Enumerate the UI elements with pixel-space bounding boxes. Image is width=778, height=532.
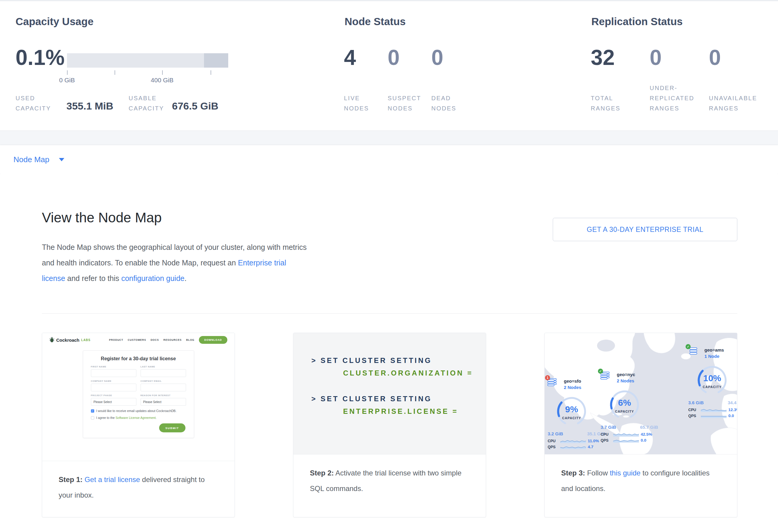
mini-text-input xyxy=(91,369,136,377)
node-map-selector[interactable]: Node Map xyxy=(13,155,49,164)
axis-tick xyxy=(211,70,211,75)
usable-capacity-label: USABLE CAPACITY xyxy=(129,93,170,113)
step3-text: Step 3: Follow this guide to configure l… xyxy=(545,455,737,497)
trial-signup-thumbnail: Cockroach LABS PRODUCT CUSTOMERS DOCS RE… xyxy=(42,333,235,461)
step-text: Follow xyxy=(585,469,610,477)
mini-field-label: COMPANY NAME xyxy=(91,380,136,382)
get-trial-license-link[interactable]: Get a trial license xyxy=(85,475,140,483)
step2-label: Step 2: xyxy=(310,469,334,477)
locality-node-count: 1 Node xyxy=(704,353,724,359)
live-nodes-label: LIVE NODES xyxy=(344,93,384,113)
unavailable-ranges-label: UNAVAILABLE RANGES xyxy=(709,93,770,113)
total-ranges-label: TOTAL RANGES xyxy=(591,93,636,113)
brand-name: Cockroach xyxy=(56,337,80,343)
qps-sparkline xyxy=(560,445,586,449)
mini-field-label: REASON FOR INTEREST xyxy=(141,394,186,397)
cluster-summary-bar: Capacity Usage Node Status Replication S… xyxy=(0,0,778,131)
step-text xyxy=(83,475,85,483)
capacity-ring-label: CAPACITY xyxy=(695,385,729,389)
ok-check-badge: ✓ xyxy=(686,344,691,349)
qps-value: 4.7 xyxy=(588,445,594,449)
used-capacity-label: USED CAPACITY xyxy=(15,93,55,113)
brand-suffix: LABS xyxy=(81,338,91,342)
mini-text-input xyxy=(91,384,136,391)
checkbox-checked-icon: ✓ xyxy=(91,409,94,412)
mini-text-input xyxy=(141,369,186,377)
locality-nyc: ✓ geo=nyc 2 Nodes 6% xyxy=(600,371,670,445)
capacity-ring-label: CAPACITY xyxy=(607,409,642,413)
axis-tick xyxy=(162,70,163,75)
axis-tick-label: 400 GiB xyxy=(151,77,173,84)
sql-argument: CLUSTER.ORGANIZATION = xyxy=(343,369,486,377)
enterprise-trial-button[interactable]: GET A 30-DAY ENTERPRISE TRIAL xyxy=(553,218,737,241)
sql-command-line: > SET CLUSTER SETTING xyxy=(311,356,486,365)
mini-checkbox-row: ✓ I would like to receive email updates … xyxy=(91,409,186,412)
configuration-guide-link[interactable]: configuration guide xyxy=(121,274,184,283)
axis-tick xyxy=(67,70,68,75)
mini-nav-item: CUSTOMERS xyxy=(128,338,146,341)
capacity-ring: 6% CAPACITY xyxy=(607,387,642,422)
node-stack-icon: ✓ xyxy=(688,347,701,356)
replication-status-title: Replication Status xyxy=(591,15,683,27)
capacity-percent-value: 10% xyxy=(695,373,729,383)
node-stack-icon: ✓ xyxy=(600,371,613,381)
capacity-usage-bar xyxy=(67,53,228,68)
used-capacity-value: 355.1 MiB xyxy=(66,100,113,112)
qps-sparkline xyxy=(613,438,639,443)
intro-paragraph: The Node Map shows the geographical layo… xyxy=(42,239,308,286)
cpu-value: 12.3% xyxy=(728,407,737,412)
mini-nav-item: DOCS xyxy=(150,338,159,341)
sql-command: SET CLUSTER SETTING xyxy=(321,356,432,365)
step3-label: Step 3: xyxy=(561,469,585,477)
cpu-sparkline xyxy=(613,432,639,437)
capacity-percent-value: 9% xyxy=(554,404,589,414)
capacity-ring-label: CAPACITY xyxy=(554,416,589,420)
under-replicated-ranges-value: 0 xyxy=(650,47,662,68)
capacity-percent: 0.1% xyxy=(15,47,65,68)
capacity-ring: 10% CAPACITY xyxy=(695,363,729,398)
usable-capacity-value: 676.5 GiB xyxy=(172,100,218,112)
suspect-nodes-label: SUSPECT NODES xyxy=(388,93,428,113)
steps-card-row: Cockroach LABS PRODUCT CUSTOMERS DOCS RE… xyxy=(42,333,737,517)
qps-label: QPS xyxy=(548,445,558,449)
capacity-usage-title: Capacity Usage xyxy=(15,15,94,27)
mini-sla-link: Software License Agreement. xyxy=(115,416,156,420)
locality-ams: ✓ geo=ams 1 Node 10% xyxy=(688,347,737,420)
mini-select: Please Select xyxy=(91,398,136,406)
cpu-label: CPU xyxy=(548,439,558,443)
step1-text: Step 1: Get a trial license delivered st… xyxy=(42,461,235,503)
mini-submit-button: SUBMIT xyxy=(159,424,185,432)
sql-command-line: > SET CLUSTER SETTING xyxy=(311,395,486,403)
cockroach-bug-icon xyxy=(49,337,55,343)
mini-nav-item: RESOURCES xyxy=(163,338,181,341)
node-map-placeholder-section: View the Node Map The Node Map shows the… xyxy=(0,174,778,530)
cpu-label: CPU xyxy=(601,432,611,437)
sql-prompt: > xyxy=(311,356,317,365)
locality-name: geo=nyc xyxy=(617,371,635,378)
qps-label: QPS xyxy=(601,438,611,443)
qps-label: QPS xyxy=(688,414,699,418)
cpu-sparkline xyxy=(560,439,586,443)
locality-name: geo=sfo xyxy=(564,378,581,384)
axis-tick xyxy=(114,70,115,75)
this-guide-link[interactable]: this guide xyxy=(610,469,641,477)
chevron-down-icon[interactable] xyxy=(59,158,64,161)
node-map-preview: 1 geo=sfo 2 Nodes 9% xyxy=(545,333,737,455)
mini-checkbox-text: I agree to the xyxy=(96,416,116,420)
node-stack-icon: 1 xyxy=(547,378,560,387)
checkbox-unchecked-icon xyxy=(91,416,94,420)
step1-card: Cockroach LABS PRODUCT CUSTOMERS DOCS RE… xyxy=(42,333,235,517)
suspect-nodes-value: 0 xyxy=(388,47,400,68)
intro-text: . xyxy=(184,274,187,283)
cockroach-labs-logo: Cockroach LABS xyxy=(49,337,91,343)
sql-command: SET CLUSTER SETTING xyxy=(321,395,432,403)
cpu-sparkline xyxy=(701,408,726,412)
dead-nodes-value: 0 xyxy=(431,47,443,68)
capacity-bar-reserved-segment xyxy=(204,53,228,68)
total-gib-value: 65.7 GiB xyxy=(640,425,658,430)
used-gib-value: 3.2 GiB xyxy=(548,431,563,436)
background-strip xyxy=(0,131,778,145)
mini-field-label: PROJECT PHASE xyxy=(91,394,136,397)
sql-argument: ENTERPRISE.LICENSE = xyxy=(343,407,486,415)
mini-field-label: FIRST NAME xyxy=(91,365,136,368)
